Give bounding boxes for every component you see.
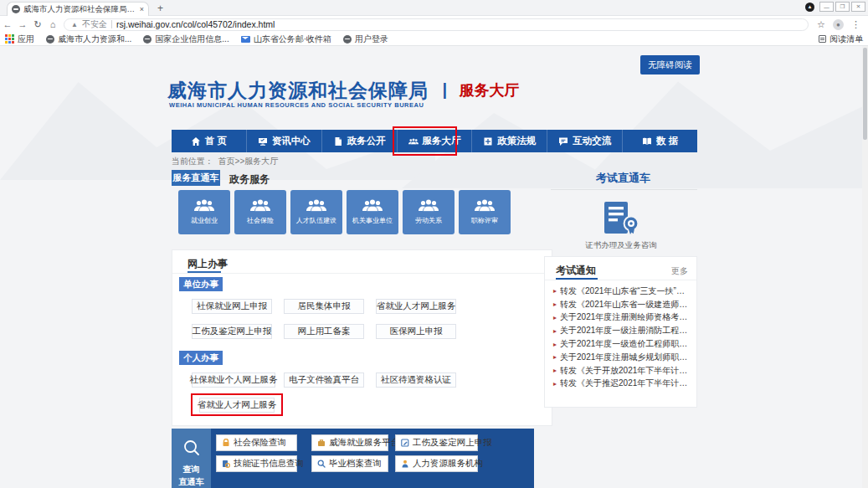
- reload-icon[interactable]: ↻: [30, 19, 45, 30]
- exam-channel-title: 考试直通车: [596, 171, 650, 186]
- reading-list-button[interactable]: 阅读清单: [819, 33, 863, 45]
- briefcase-icon: [317, 439, 326, 447]
- tile-employment[interactable]: 就业创业: [178, 190, 230, 234]
- minimize-button[interactable]: —: [819, 2, 834, 12]
- notices-title: 考试通知: [556, 264, 596, 278]
- browser-menu-icon[interactable]: ⋮: [851, 19, 860, 30]
- accessibility-reading-button[interactable]: 无障碍阅读: [640, 55, 700, 74]
- service-button-province-talent[interactable]: 省就业人才网上服务: [376, 299, 456, 314]
- notice-list: ▸转发《2021年山东省“三支一扶”计... ▸转发《2021年山东省一级建造师…: [553, 285, 691, 390]
- query-express-bar: 查询 直通车 社会保险查询 威海就业服务平台 工伤及鉴定网上申报 技能证书信息查…: [172, 429, 534, 488]
- document-icon: [333, 136, 343, 146]
- service-category-tiles: 就业创业 社会保险 人才队伍建设 机关事业单位 劳动关系 职称评审: [178, 190, 511, 234]
- restore-button[interactable]: ❐: [835, 2, 850, 12]
- tile-social-insurance[interactable]: 社会保险: [234, 190, 286, 234]
- close-button[interactable]: ✕: [851, 2, 865, 12]
- site-favicon-icon: [12, 5, 20, 13]
- globe-icon: [343, 35, 352, 44]
- notice-item[interactable]: ▸关于2021年度注册城乡规划师职业资...: [553, 351, 691, 364]
- notice-item[interactable]: ▸转发《关于推迟2021年下半年计算机...: [553, 378, 691, 391]
- service-button-social-insurance-declare[interactable]: 社保就业网上申报: [192, 299, 272, 314]
- breadcrumb-path[interactable]: 首页>>服务大厅: [218, 157, 279, 166]
- window-controls: ▲ — ❐ ✕: [805, 2, 865, 12]
- service-button-personal-social[interactable]: 社保就业个人网上服务: [192, 372, 275, 388]
- bookmark-item[interactable]: 山东省公务邮·收件箱: [241, 33, 331, 45]
- url-input[interactable]: ▲ 不安全 rsj.weihai.gov.cn/col/col45702/ind…: [64, 18, 809, 31]
- globe-icon: [46, 35, 54, 44]
- tab-close-icon[interactable]: ×: [140, 5, 144, 13]
- reading-list-icon: [819, 35, 826, 43]
- page-scrollbar[interactable]: [862, 46, 868, 488]
- service-button-edoc-verify[interactable]: 电子文件验真平台: [284, 372, 364, 388]
- nav-item-news[interactable]: 资讯中心: [247, 130, 322, 152]
- query-express-sidebar[interactable]: 查询 直通车: [172, 429, 211, 488]
- unit-services-tag[interactable]: 单位办事: [179, 277, 223, 291]
- bookmark-item[interactable]: 用户登录: [343, 33, 388, 45]
- apps-grid-icon: [5, 34, 14, 44]
- service-button-resident-collective[interactable]: 居民集体申报: [284, 299, 364, 314]
- scrollbar-thumb[interactable]: [863, 48, 867, 140]
- certificate-caption: 证书办理及业务咨询: [581, 240, 661, 251]
- more-link[interactable]: 更多: [671, 265, 688, 277]
- arrow-bullet-icon: ▸: [553, 353, 557, 361]
- section-title: 服务大厅: [460, 80, 520, 100]
- online-services-title: 网上办事: [187, 257, 228, 271]
- query-button-injury-declare[interactable]: 工伤及鉴定网上申报: [395, 434, 478, 451]
- tile-public-institutions[interactable]: 机关事业单位: [347, 190, 398, 234]
- nav-item-service-hall[interactable]: 服务大厅: [398, 130, 473, 152]
- apps-shortcut[interactable]: 应用: [5, 33, 34, 45]
- arrow-bullet-icon: ▸: [553, 380, 557, 388]
- home-icon[interactable]: ⌂: [45, 19, 60, 29]
- chat-icon: [558, 136, 568, 146]
- query-button-hr-agencies[interactable]: 人力资源服务机构: [395, 455, 478, 472]
- notice-item[interactable]: ▸关于2021年度一级造价工程师职业资...: [553, 337, 691, 351]
- service-button-community-cert[interactable]: 社区待遇资格认证: [376, 372, 456, 388]
- tab-gov-services[interactable]: 政务服务: [229, 172, 270, 187]
- notice-item[interactable]: ▸转发《关于开放2021年下半年计算机...: [553, 364, 691, 378]
- service-button-province-talent-personal[interactable]: 省就业人才网上服务: [199, 398, 275, 413]
- tab-title: 威海市人力资源和社会保障局 服: [23, 4, 136, 15]
- masthead-divider: |: [442, 80, 447, 100]
- bookmark-item[interactable]: 国家企业信用信息...: [143, 33, 229, 45]
- query-button-weihai-employment[interactable]: 威海就业服务平台: [311, 434, 388, 451]
- bookmark-star-icon[interactable]: ☆: [817, 19, 825, 30]
- service-button-employment-record[interactable]: 网上用工备案: [284, 324, 364, 339]
- tile-labor-relations[interactable]: 劳动关系: [403, 190, 455, 234]
- address-bar: ← → ↻ ⌂ ▲ 不安全 rsj.weihai.gov.cn/col/col4…: [0, 16, 868, 33]
- breadcrumb: 当前位置： 首页>>服务大厅: [172, 156, 278, 167]
- query-button-social-insurance[interactable]: 社会保险查询: [216, 434, 297, 451]
- certificate-service-link[interactable]: [601, 200, 641, 237]
- browser-tab[interactable]: 威海市人力资源和社会保障局 服 ×: [7, 2, 149, 16]
- nav-item-policies[interactable]: 政策法规: [472, 130, 547, 152]
- search-icon: [317, 460, 326, 468]
- bookmark-item[interactable]: 威海市人力资源和...: [46, 33, 131, 45]
- notice-item[interactable]: ▸转发《2021年山东省“三支一扶”计...: [553, 285, 691, 298]
- query-button-graduate-archive[interactable]: 毕业档案查询: [311, 455, 388, 472]
- profile-avatar[interactable]: ●: [833, 19, 844, 30]
- nav-item-home[interactable]: 首 页: [172, 130, 247, 152]
- personal-services-tag[interactable]: 个人办事: [179, 351, 223, 365]
- query-button-skill-certificate[interactable]: 技能证书信息查询: [216, 455, 297, 472]
- exam-channel-divider: [551, 189, 697, 190]
- extension-icon[interactable]: ▲: [805, 3, 814, 12]
- nav-item-data[interactable]: 数 据: [623, 130, 697, 152]
- service-button-injury-declare[interactable]: 工伤及鉴定网上申报: [192, 324, 272, 339]
- cert-search-icon: [222, 460, 230, 468]
- not-secure-icon: ▲: [71, 21, 78, 28]
- forward-icon[interactable]: →: [15, 19, 30, 29]
- new-tab-button[interactable]: +: [157, 3, 163, 14]
- back-icon[interactable]: ←: [0, 19, 15, 29]
- card-divider: [172, 273, 552, 274]
- main-navigation: 首 页 资讯中心 政务公开 服务大厅 政策法规 互动交流: [172, 130, 697, 152]
- service-button-medical-declare[interactable]: 医保网上申报: [376, 324, 456, 339]
- tile-talent-team[interactable]: 人才队伍建设: [290, 190, 342, 234]
- book-plus-icon: [483, 136, 493, 146]
- nav-item-gov-info[interactable]: 政务公开: [322, 130, 398, 152]
- nav-item-interaction[interactable]: 互动交流: [547, 130, 623, 152]
- notice-item[interactable]: ▸关于2021年度一级注册消防工程师资...: [553, 324, 691, 337]
- notice-item[interactable]: ▸关于2021年度注册测绘师资格考试有...: [553, 311, 691, 325]
- tab-service-express[interactable]: 服务直通车: [172, 170, 220, 186]
- notice-item[interactable]: ▸转发《2021年山东省一级建造师资格...: [553, 298, 691, 311]
- tile-title-evaluation[interactable]: 职称评审: [459, 190, 511, 234]
- certificate-icon: [601, 200, 641, 237]
